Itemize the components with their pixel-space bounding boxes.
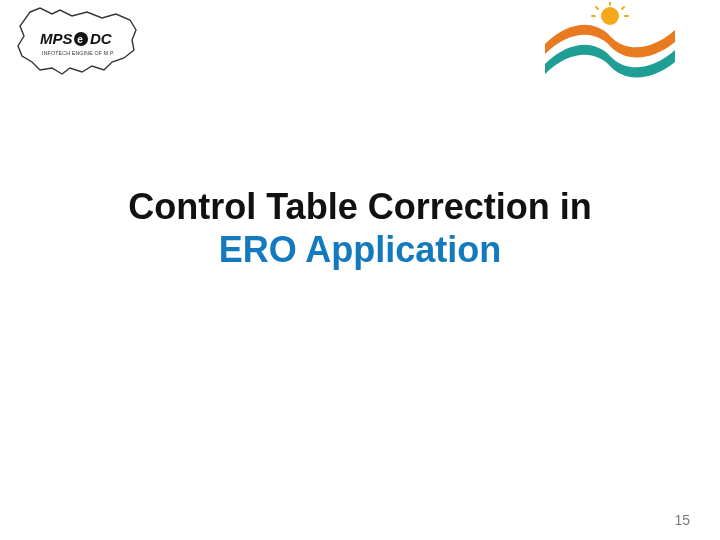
mpsedc-logo: MPS e DC INFOTECH ENGINE OF M.P. [12, 6, 142, 81]
svg-point-5 [601, 7, 619, 25]
slide: MPS e DC INFOTECH ENGINE OF M.P. Co [0, 0, 720, 540]
slide-title: Control Table Correction in ERO Applicat… [0, 185, 720, 271]
wave-sun-logo-svg [540, 2, 680, 82]
wave-sun-logo [540, 2, 680, 82]
title-line1: Control Table Correction in [0, 185, 720, 228]
svg-text:e: e [77, 34, 83, 45]
title-line2: ERO Application [0, 228, 720, 271]
svg-text:MPS: MPS [40, 30, 73, 47]
mpsedc-logo-svg: MPS e DC INFOTECH ENGINE OF M.P. [12, 6, 142, 81]
svg-line-8 [622, 7, 624, 9]
svg-line-7 [596, 7, 598, 9]
page-number: 15 [674, 512, 690, 528]
svg-text:DC: DC [90, 30, 113, 47]
svg-text:INFOTECH ENGINE OF M.P.: INFOTECH ENGINE OF M.P. [42, 50, 115, 56]
